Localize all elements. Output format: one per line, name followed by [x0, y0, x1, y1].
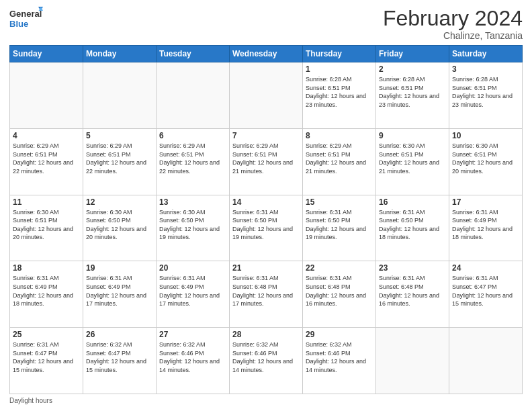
day-info: Sunrise: 6:31 AM Sunset: 6:48 PM Dayligh…: [306, 274, 373, 308]
calendar-cell-w3-d6: 16Sunrise: 6:31 AM Sunset: 6:50 PM Dayli…: [376, 195, 449, 261]
calendar-cell-w4-d3: 20Sunrise: 6:31 AM Sunset: 6:49 PM Dayli…: [157, 261, 230, 328]
calendar-cell-w3-d1: 11Sunrise: 6:30 AM Sunset: 6:51 PM Dayli…: [10, 195, 83, 261]
day-info: Sunrise: 6:28 AM Sunset: 6:51 PM Dayligh…: [306, 75, 373, 109]
calendar-week-2: 4Sunrise: 6:29 AM Sunset: 6:51 PM Daylig…: [10, 128, 523, 195]
calendar-cell-w1-d4: [230, 62, 303, 129]
calendar-cell-w3-d2: 12Sunrise: 6:30 AM Sunset: 6:50 PM Dayli…: [83, 195, 157, 261]
day-info: Sunrise: 6:28 AM Sunset: 6:51 PM Dayligh…: [452, 75, 519, 109]
day-info: Sunrise: 6:31 AM Sunset: 6:49 PM Dayligh…: [159, 274, 226, 308]
day-info: Sunrise: 6:31 AM Sunset: 6:49 PM Dayligh…: [13, 274, 80, 308]
day-info: Sunrise: 6:31 AM Sunset: 6:48 PM Dayligh…: [232, 274, 300, 308]
day-info: Sunrise: 6:32 AM Sunset: 6:46 PM Dayligh…: [159, 340, 226, 374]
day-info: Sunrise: 6:28 AM Sunset: 6:51 PM Dayligh…: [379, 75, 446, 109]
day-info: Sunrise: 6:32 AM Sunset: 6:47 PM Dayligh…: [86, 340, 153, 374]
day-number: 22: [306, 263, 373, 273]
day-number: 25: [13, 330, 80, 339]
day-info: Sunrise: 6:30 AM Sunset: 6:51 PM Dayligh…: [452, 142, 519, 175]
col-header-saturday: Saturday: [449, 46, 523, 62]
day-number: 27: [159, 330, 226, 339]
day-info: Sunrise: 6:30 AM Sunset: 6:51 PM Dayligh…: [379, 142, 446, 175]
day-number: 12: [86, 197, 153, 207]
calendar-header-row: Sunday Monday Tuesday Wednesday Thursday…: [10, 46, 523, 62]
calendar-cell-w1-d5: 1Sunrise: 6:28 AM Sunset: 6:51 PM Daylig…: [303, 62, 376, 129]
day-number: 29: [306, 330, 373, 339]
calendar-cell-w4-d7: 24Sunrise: 6:31 AM Sunset: 6:47 PM Dayli…: [449, 261, 523, 328]
day-info: Sunrise: 6:31 AM Sunset: 6:47 PM Dayligh…: [452, 274, 519, 308]
calendar-table: Sunday Monday Tuesday Wednesday Thursday…: [9, 45, 523, 394]
calendar-cell-w2-d5: 8Sunrise: 6:29 AM Sunset: 6:51 PM Daylig…: [303, 128, 376, 195]
day-number: 11: [13, 197, 80, 207]
day-info: Sunrise: 6:31 AM Sunset: 6:50 PM Dayligh…: [306, 208, 373, 242]
day-number: 2: [379, 64, 446, 74]
calendar-week-5: 25Sunrise: 6:31 AM Sunset: 6:47 PM Dayli…: [10, 328, 523, 394]
day-info: Sunrise: 6:31 AM Sunset: 6:49 PM Dayligh…: [452, 208, 519, 242]
day-info: Sunrise: 6:31 AM Sunset: 6:49 PM Dayligh…: [86, 274, 153, 308]
logo-svg: General Blue: [9, 7, 43, 31]
calendar-cell-w2-d4: 7Sunrise: 6:29 AM Sunset: 6:51 PM Daylig…: [230, 128, 303, 195]
day-info: Sunrise: 6:31 AM Sunset: 6:47 PM Dayligh…: [13, 340, 80, 374]
day-info: Sunrise: 6:31 AM Sunset: 6:50 PM Dayligh…: [232, 208, 300, 242]
calendar-cell-w5-d7: [449, 328, 523, 394]
day-info: Sunrise: 6:29 AM Sunset: 6:51 PM Dayligh…: [86, 142, 153, 175]
day-info: Sunrise: 6:32 AM Sunset: 6:46 PM Dayligh…: [232, 340, 300, 374]
calendar-cell-w3-d7: 17Sunrise: 6:31 AM Sunset: 6:49 PM Dayli…: [449, 195, 523, 261]
col-header-monday: Monday: [83, 46, 157, 62]
calendar-cell-w5-d1: 25Sunrise: 6:31 AM Sunset: 6:47 PM Dayli…: [10, 328, 83, 394]
calendar-cell-w5-d2: 26Sunrise: 6:32 AM Sunset: 6:47 PM Dayli…: [83, 328, 157, 394]
day-number: 14: [232, 197, 300, 207]
calendar-cell-w1-d2: [83, 62, 157, 129]
header: General Blue February 2024 Chalinze, Tan…: [9, 7, 523, 41]
day-info: Sunrise: 6:29 AM Sunset: 6:51 PM Dayligh…: [13, 142, 80, 175]
footer: Daylight hours: [9, 397, 523, 404]
calendar-body: 1Sunrise: 6:28 AM Sunset: 6:51 PM Daylig…: [10, 62, 523, 394]
day-number: 20: [159, 263, 226, 273]
col-header-friday: Friday: [376, 46, 449, 62]
day-number: 18: [13, 263, 80, 273]
calendar-cell-w2-d2: 5Sunrise: 6:29 AM Sunset: 6:51 PM Daylig…: [83, 128, 157, 195]
svg-text:Blue: Blue: [9, 19, 28, 29]
calendar-week-3: 11Sunrise: 6:30 AM Sunset: 6:51 PM Dayli…: [10, 195, 523, 261]
calendar-cell-w4-d1: 18Sunrise: 6:31 AM Sunset: 6:49 PM Dayli…: [10, 261, 83, 328]
calendar-cell-w2-d6: 9Sunrise: 6:30 AM Sunset: 6:51 PM Daylig…: [376, 128, 449, 195]
day-info: Sunrise: 6:32 AM Sunset: 6:46 PM Dayligh…: [306, 340, 373, 374]
day-info: Sunrise: 6:30 AM Sunset: 6:50 PM Dayligh…: [86, 208, 153, 242]
calendar-cell-w3-d5: 15Sunrise: 6:31 AM Sunset: 6:50 PM Dayli…: [303, 195, 376, 261]
day-number: 24: [452, 263, 519, 273]
calendar-cell-w5-d4: 28Sunrise: 6:32 AM Sunset: 6:46 PM Dayli…: [230, 328, 303, 394]
day-number: 28: [232, 330, 300, 339]
day-info: Sunrise: 6:31 AM Sunset: 6:48 PM Dayligh…: [379, 274, 446, 308]
day-number: 1: [306, 64, 373, 74]
calendar-cell-w2-d3: 6Sunrise: 6:29 AM Sunset: 6:51 PM Daylig…: [157, 128, 230, 195]
calendar-cell-w5-d5: 29Sunrise: 6:32 AM Sunset: 6:46 PM Dayli…: [303, 328, 376, 394]
day-number: 23: [379, 263, 446, 273]
svg-text:General: General: [9, 9, 42, 19]
calendar-week-4: 18Sunrise: 6:31 AM Sunset: 6:49 PM Dayli…: [10, 261, 523, 328]
calendar-cell-w1-d1: [10, 62, 83, 129]
month-title: February 2024: [383, 7, 523, 30]
day-info: Sunrise: 6:29 AM Sunset: 6:51 PM Dayligh…: [306, 142, 373, 175]
calendar-cell-w4-d5: 22Sunrise: 6:31 AM Sunset: 6:48 PM Dayli…: [303, 261, 376, 328]
calendar-cell-w4-d4: 21Sunrise: 6:31 AM Sunset: 6:48 PM Dayli…: [230, 261, 303, 328]
daylight-label: Daylight hours: [9, 397, 52, 404]
day-info: Sunrise: 6:31 AM Sunset: 6:50 PM Dayligh…: [379, 208, 446, 242]
day-number: 21: [232, 263, 300, 273]
calendar-cell-w2-d7: 10Sunrise: 6:30 AM Sunset: 6:51 PM Dayli…: [449, 128, 523, 195]
location: Chalinze, Tanzania: [383, 30, 523, 41]
day-info: Sunrise: 6:29 AM Sunset: 6:51 PM Dayligh…: [232, 142, 300, 175]
day-number: 17: [452, 197, 519, 207]
calendar-cell-w1-d6: 2Sunrise: 6:28 AM Sunset: 6:51 PM Daylig…: [376, 62, 449, 129]
day-number: 10: [452, 131, 519, 140]
calendar-cell-w3-d4: 14Sunrise: 6:31 AM Sunset: 6:50 PM Dayli…: [230, 195, 303, 261]
calendar-week-1: 1Sunrise: 6:28 AM Sunset: 6:51 PM Daylig…: [10, 62, 523, 129]
col-header-tuesday: Tuesday: [157, 46, 230, 62]
title-block: February 2024 Chalinze, Tanzania: [383, 7, 523, 41]
col-header-wednesday: Wednesday: [230, 46, 303, 62]
day-number: 15: [306, 197, 373, 207]
day-info: Sunrise: 6:30 AM Sunset: 6:51 PM Dayligh…: [13, 208, 80, 242]
col-header-sunday: Sunday: [10, 46, 83, 62]
day-number: 8: [306, 131, 373, 140]
calendar-cell-w3-d3: 13Sunrise: 6:30 AM Sunset: 6:50 PM Dayli…: [157, 195, 230, 261]
calendar-cell-w1-d3: [157, 62, 230, 129]
day-number: 9: [379, 131, 446, 140]
calendar-cell-w5-d3: 27Sunrise: 6:32 AM Sunset: 6:46 PM Dayli…: [157, 328, 230, 394]
